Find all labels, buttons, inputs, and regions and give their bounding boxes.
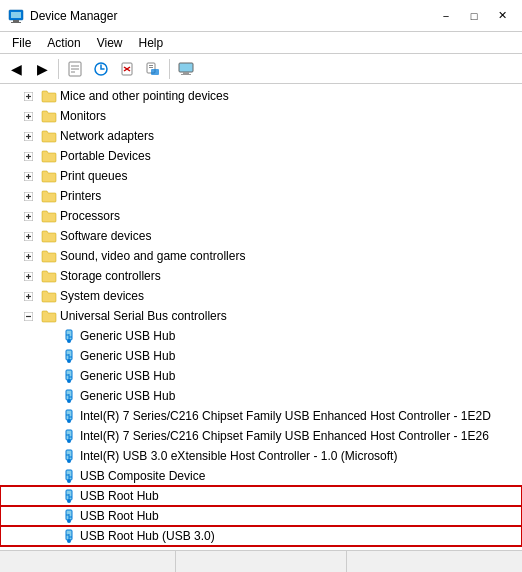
tree-item-label-storage: Storage controllers <box>60 269 161 283</box>
title-bar-text: Device Manager <box>30 9 434 23</box>
tree-item-processors[interactable]: Processors <box>0 206 522 226</box>
expand-icon-intel1 <box>40 408 56 424</box>
tree-item-printq[interactable]: Print queues <box>0 166 522 186</box>
tree-item-label-usb-devices: Universal Serial Bus devices <box>60 549 212 550</box>
close-button[interactable]: ✕ <box>490 6 514 26</box>
expand-icon-intel2 <box>40 428 56 444</box>
tree-item-usb-hub1[interactable]: Generic USB Hub <box>0 326 522 346</box>
menu-item-action[interactable]: Action <box>39 34 88 52</box>
svg-rect-18 <box>181 74 191 75</box>
usb-icon-usb-hub2 <box>61 348 77 364</box>
folder-icon-network <box>41 128 57 144</box>
usb-icon-intel2 <box>61 428 77 444</box>
expand-icon-storage[interactable] <box>20 268 36 284</box>
expand-icon-system[interactable] <box>20 288 36 304</box>
tree-item-intel3[interactable]: Intel(R) USB 3.0 eXtensible Host Control… <box>0 446 522 466</box>
tree-item-monitors[interactable]: Monitors <box>0 106 522 126</box>
expand-icon-software[interactable] <box>20 228 36 244</box>
tree-item-usb-hub2[interactable]: Generic USB Hub <box>0 346 522 366</box>
svg-point-55 <box>67 339 71 343</box>
forward-button[interactable]: ▶ <box>30 57 54 81</box>
tree-item-portable[interactable]: Portable Devices <box>0 146 522 166</box>
tree-item-usb[interactable]: Universal Serial Bus controllers <box>0 306 522 326</box>
folder-icon-processors <box>41 208 57 224</box>
expand-icon-portable[interactable] <box>20 148 36 164</box>
tree-item-usb-root3[interactable]: USB Root Hub (USB 3.0) <box>0 526 522 546</box>
svg-point-95 <box>67 499 71 503</box>
svg-rect-17 <box>183 72 189 74</box>
svg-point-80 <box>67 439 71 443</box>
tree-item-usb-devices[interactable]: Universal Serial Bus devices <box>0 546 522 550</box>
tree-item-usb-hub3[interactable]: Generic USB Hub <box>0 366 522 386</box>
expand-icon-usb-root1 <box>40 488 56 504</box>
expand-icon-usb-hub2 <box>40 348 56 364</box>
usb-icon-usb-root3 <box>61 528 77 544</box>
svg-rect-3 <box>11 22 21 23</box>
usb-icon-intel3 <box>61 448 77 464</box>
tree-item-label-usb-hub1: Generic USB Hub <box>80 329 175 343</box>
toolbar-separator-2 <box>169 59 170 79</box>
tree-item-label-intel3: Intel(R) USB 3.0 eXtensible Host Control… <box>80 449 397 463</box>
expand-icon-usb-hub4 <box>40 388 56 404</box>
tree-item-label-intel2: Intel(R) 7 Series/C216 Chipset Family US… <box>80 429 489 443</box>
tree-item-software[interactable]: Software devices <box>0 226 522 246</box>
tree[interactable]: Mice and other pointing devices Monitors… <box>0 84 522 550</box>
expand-icon-network[interactable] <box>20 128 36 144</box>
tree-item-usb-root1[interactable]: USB Root Hub <box>0 486 522 506</box>
tree-item-storage[interactable]: Storage controllers <box>0 266 522 286</box>
expand-icon-mice[interactable] <box>20 88 36 104</box>
status-section-2 <box>176 551 348 572</box>
folder-icon-printers <box>41 188 57 204</box>
expand-icon-monitors[interactable] <box>20 108 36 124</box>
update-button[interactable] <box>89 57 113 81</box>
menu-item-file[interactable]: File <box>4 34 39 52</box>
tree-item-intel2[interactable]: Intel(R) 7 Series/C216 Chipset Family US… <box>0 426 522 446</box>
app-icon <box>8 8 24 24</box>
tree-item-intel1[interactable]: Intel(R) 7 Series/C216 Chipset Family US… <box>0 406 522 426</box>
tree-item-printers[interactable]: Printers <box>0 186 522 206</box>
expand-icon-usb-root3 <box>40 528 56 544</box>
properties-button[interactable] <box>63 57 87 81</box>
menu-item-help[interactable]: Help <box>131 34 172 52</box>
tree-item-label-usb: Universal Serial Bus controllers <box>60 309 227 323</box>
folder-icon-printq <box>41 168 57 184</box>
expand-icon-usb-devices[interactable] <box>20 548 36 550</box>
expand-icon-usb-hub3 <box>40 368 56 384</box>
uninstall-button[interactable] <box>115 57 139 81</box>
folder-icon-usb-devices <box>41 548 57 550</box>
scan-button[interactable] <box>141 57 165 81</box>
svg-point-75 <box>67 419 71 423</box>
content-area: Mice and other pointing devices Monitors… <box>0 84 522 550</box>
tree-item-usb-hub4[interactable]: Generic USB Hub <box>0 386 522 406</box>
tree-item-sound[interactable]: Sound, video and game controllers <box>0 246 522 266</box>
usb-icon-usb-composite <box>61 468 77 484</box>
back-button[interactable]: ◀ <box>4 57 28 81</box>
status-bar <box>0 550 522 572</box>
tree-item-usb-root2[interactable]: USB Root Hub <box>0 506 522 526</box>
expand-icon-usb[interactable] <box>20 308 36 324</box>
tree-item-label-intel1: Intel(R) 7 Series/C216 Chipset Family US… <box>80 409 491 423</box>
maximize-button[interactable]: □ <box>462 6 486 26</box>
tree-item-label-printers: Printers <box>60 189 101 203</box>
expand-icon-printers[interactable] <box>20 188 36 204</box>
tree-item-network[interactable]: Network adapters <box>0 126 522 146</box>
display-button[interactable] <box>174 57 198 81</box>
title-bar: Device Manager − □ ✕ <box>0 0 522 32</box>
tree-item-mice[interactable]: Mice and other pointing devices <box>0 86 522 106</box>
tree-item-label-usb-composite: USB Composite Device <box>80 469 205 483</box>
svg-rect-2 <box>13 20 19 22</box>
expand-icon-sound[interactable] <box>20 248 36 264</box>
svg-rect-1 <box>11 12 21 18</box>
tree-item-label-monitors: Monitors <box>60 109 106 123</box>
folder-icon-system <box>41 288 57 304</box>
svg-rect-16 <box>179 63 193 72</box>
expand-icon-usb-root2 <box>40 508 56 524</box>
svg-point-90 <box>67 479 71 483</box>
expand-icon-printq[interactable] <box>20 168 36 184</box>
tree-item-system[interactable]: System devices <box>0 286 522 306</box>
tree-item-usb-composite[interactable]: USB Composite Device <box>0 466 522 486</box>
minimize-button[interactable]: − <box>434 6 458 26</box>
expand-icon-processors[interactable] <box>20 208 36 224</box>
tree-item-label-usb-root2: USB Root Hub <box>80 509 159 523</box>
menu-item-view[interactable]: View <box>89 34 131 52</box>
